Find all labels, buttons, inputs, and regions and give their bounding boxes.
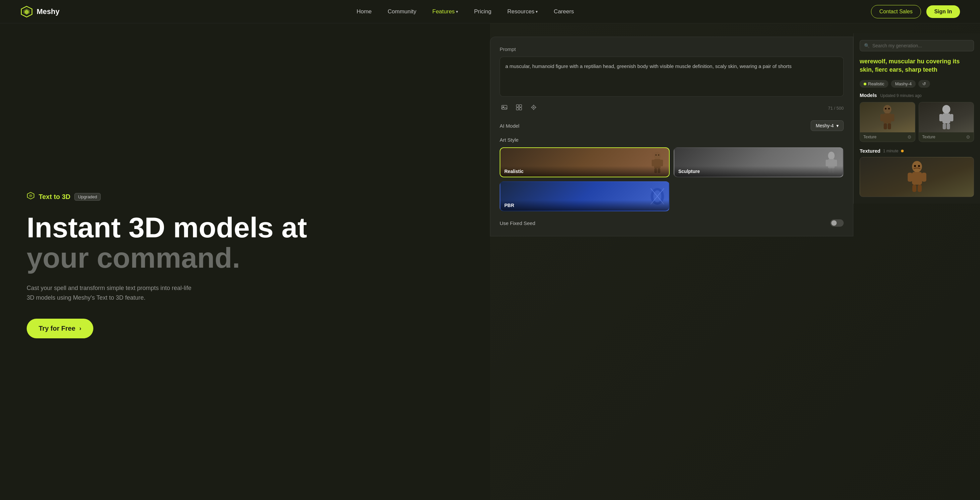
search-placeholder: Search my generation... <box>872 43 922 48</box>
nav-item-home[interactable]: Home <box>357 8 372 15</box>
right-sidebar: 🔍 Search my generation... werewolf, musc… <box>853 33 980 204</box>
svg-marker-4 <box>29 194 32 197</box>
svg-rect-53 <box>912 185 916 192</box>
model-card-img-1 <box>860 102 915 132</box>
svg-rect-44 <box>942 113 950 123</box>
magic-enhance-icon[interactable] <box>529 103 538 114</box>
hero-title: Instant 3D models at your command. <box>27 212 470 273</box>
svg-point-24 <box>658 154 659 156</box>
preview-tag-refresh[interactable]: ↺ <box>918 80 930 88</box>
image-upload-icon[interactable] <box>500 103 509 114</box>
ai-model-row: AI Model Meshy-4 ▾ <box>500 120 844 131</box>
nav-actions: Contact Sales Sign In <box>871 5 960 18</box>
logo-link[interactable]: Meshy <box>20 5 59 18</box>
hero-badge: Text to 3D Upgraded <box>27 192 470 202</box>
model-card-img-2 <box>919 102 974 132</box>
svg-rect-40 <box>888 123 891 129</box>
svg-rect-51 <box>908 173 912 182</box>
svg-point-49 <box>912 161 922 172</box>
features-chevron-icon: ▾ <box>456 10 458 14</box>
settings-icon-2[interactable]: ⚙ <box>966 134 970 140</box>
model-select-chevron-icon: ▾ <box>836 123 838 128</box>
svg-point-55 <box>914 165 916 167</box>
prompt-panel: Prompt <box>490 37 853 236</box>
art-style-realistic[interactable]: Realistic <box>500 147 670 177</box>
navbar: Meshy Home Community Features ▾ Pricing … <box>0 0 980 23</box>
svg-rect-46 <box>950 114 953 121</box>
art-style-pbr[interactable]: PBR <box>500 182 670 211</box>
svg-rect-37 <box>880 114 884 121</box>
svg-point-42 <box>888 108 890 110</box>
logo-icon <box>20 5 33 18</box>
nav-item-pricing[interactable]: Pricing <box>474 8 492 15</box>
preview-text: werewolf, muscular hu covering its skin,… <box>860 57 974 74</box>
nav-item-community[interactable]: Community <box>388 8 416 15</box>
prompt-textarea[interactable] <box>500 57 844 97</box>
search-icon: 🔍 <box>864 43 870 48</box>
ai-model-select[interactable]: Meshy-4 ▾ <box>811 120 844 131</box>
sign-in-button[interactable]: Sign In <box>926 5 960 18</box>
art-style-sculpture[interactable]: Sculpture <box>674 147 844 177</box>
sculpture-label: Sculpture <box>675 166 843 177</box>
svg-point-56 <box>918 165 920 167</box>
settings-icon-1[interactable]: ⚙ <box>907 134 912 140</box>
svg-point-35 <box>883 105 891 114</box>
model-card-grid: Texture ⚙ <box>860 102 974 142</box>
creature-figure-2 <box>936 104 956 131</box>
hero-left: Text to 3D Upgraded Instant 3D models at… <box>0 23 490 500</box>
try-for-free-button[interactable]: Try for Free › <box>27 318 93 338</box>
model-card-footer-1: Texture ⚙ <box>860 132 915 142</box>
toggle-knob <box>831 220 837 226</box>
svg-rect-45 <box>939 114 943 121</box>
svg-rect-39 <box>884 123 887 129</box>
art-style-grid: Realistic <box>500 147 844 211</box>
multi-view-icon[interactable] <box>514 103 523 114</box>
textured-card[interactable] <box>860 157 974 197</box>
art-style-label: Art Style <box>500 137 844 143</box>
nav-item-features[interactable]: Features ▾ <box>432 8 458 15</box>
model-card-footer-2: Texture ⚙ <box>919 132 974 142</box>
svg-rect-10 <box>519 108 522 110</box>
tag-dot-icon <box>864 83 866 85</box>
char-count: 71 / 500 <box>828 106 844 111</box>
hero-right: Prompt <box>490 23 980 500</box>
contact-sales-button[interactable]: Contact Sales <box>871 5 921 18</box>
nav-item-careers[interactable]: Careers <box>554 8 574 15</box>
svg-point-25 <box>828 152 835 160</box>
svg-rect-36 <box>883 113 891 123</box>
svg-point-41 <box>885 108 887 110</box>
preview-tag-avatar: Realistic <box>860 80 888 88</box>
svg-rect-47 <box>943 123 946 129</box>
nav-item-resources[interactable]: Resources ▾ <box>508 8 538 15</box>
badge-label: Text to 3D <box>39 193 70 201</box>
nav-links: Home Community Features ▾ Pricing Resour… <box>357 8 574 15</box>
resources-chevron-icon: ▾ <box>536 10 538 14</box>
textured-status-dot <box>901 150 904 152</box>
svg-rect-28 <box>834 160 837 166</box>
preview-tag-model: Mashy-4 <box>891 80 916 88</box>
models-updated: Updated 9 minutes ago <box>880 93 922 98</box>
svg-point-12 <box>533 107 535 108</box>
svg-rect-52 <box>922 173 926 182</box>
refresh-icon: ↺ <box>922 81 926 86</box>
svg-rect-8 <box>519 105 522 107</box>
svg-rect-5 <box>502 105 507 109</box>
models-title: Models <box>860 92 877 98</box>
model-card-1[interactable]: Texture ⚙ <box>860 102 915 142</box>
svg-point-17 <box>654 152 661 160</box>
prompt-toolbar: 71 / 500 <box>500 103 844 114</box>
svg-rect-50 <box>912 172 922 185</box>
model-card-2[interactable]: Texture ⚙ <box>919 102 974 142</box>
textured-meta: 1 minute <box>883 149 898 153</box>
textured-title: Textured <box>860 148 880 154</box>
svg-point-23 <box>655 154 657 156</box>
svg-rect-27 <box>826 160 828 166</box>
fixed-seed-toggle[interactable] <box>830 219 844 227</box>
textured-header: Textured 1 minute <box>860 148 974 154</box>
sidebar-search[interactable]: 🔍 Search my generation... <box>860 40 974 51</box>
cta-chevron-icon: › <box>80 325 81 332</box>
art-style-section: Art Style <box>500 137 844 211</box>
svg-point-43 <box>942 105 950 114</box>
svg-rect-19 <box>652 160 654 166</box>
badge-tag: Upgraded <box>74 193 101 201</box>
